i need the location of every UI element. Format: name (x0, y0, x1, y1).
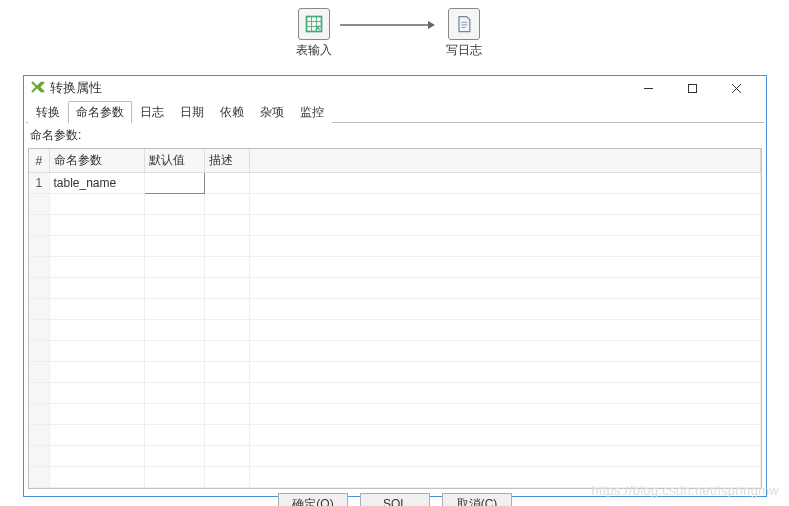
dialog-title: 转换属性 (50, 79, 626, 97)
col-desc[interactable]: 描述 (204, 149, 249, 173)
tab-date[interactable]: 日期 (172, 101, 212, 123)
close-button[interactable] (714, 76, 758, 100)
tab-bar: 转换 命名参数 日志 日期 依赖 杂项 监控 (26, 100, 764, 123)
svg-marker-2 (428, 21, 435, 29)
tab-log[interactable]: 日志 (132, 101, 172, 123)
minimize-button[interactable] (626, 76, 670, 100)
ok-button[interactable]: 确定(O) (278, 493, 348, 506)
table-row[interactable]: . (29, 215, 761, 236)
step-label: 表输入 (296, 42, 332, 59)
col-spacer (249, 149, 761, 173)
section-label: 命名参数: (28, 125, 762, 148)
tab-named-params[interactable]: 命名参数 (68, 101, 132, 123)
step-label: 写日志 (446, 42, 482, 59)
step-table-input[interactable]: 表输入 (296, 8, 332, 59)
table-row[interactable]: . (29, 446, 761, 467)
params-grid[interactable]: # 命名参数 默认值 描述 1table_name.............. (28, 148, 762, 489)
table-row[interactable]: 1table_name (29, 173, 761, 194)
table-row[interactable]: . (29, 467, 761, 488)
titlebar: 转换属性 (24, 76, 766, 100)
maximize-button[interactable] (670, 76, 714, 100)
button-bar: 确定(O) SQL 取消(C) (24, 493, 766, 506)
col-default[interactable]: 默认值 (144, 149, 204, 173)
write-log-icon (448, 8, 480, 40)
table-row[interactable]: . (29, 362, 761, 383)
svg-rect-4 (688, 84, 696, 92)
table-row[interactable]: . (29, 278, 761, 299)
cancel-button[interactable]: 取消(C) (442, 493, 512, 506)
table-row[interactable]: . (29, 425, 761, 446)
table-row[interactable]: . (29, 320, 761, 341)
tab-monitor[interactable]: 监控 (292, 101, 332, 123)
table-row[interactable]: . (29, 404, 761, 425)
app-icon (30, 80, 46, 96)
table-row[interactable]: . (29, 257, 761, 278)
sql-button[interactable]: SQL (360, 493, 430, 506)
tab-transform[interactable]: 转换 (28, 101, 68, 123)
flow-canvas: 表输入 写日志 (0, 0, 789, 56)
step-write-log[interactable]: 写日志 (446, 8, 482, 59)
tab-dependency[interactable]: 依赖 (212, 101, 252, 123)
table-input-icon (298, 8, 330, 40)
table-row[interactable]: . (29, 299, 761, 320)
table-row[interactable]: . (29, 383, 761, 404)
col-name[interactable]: 命名参数 (49, 149, 144, 173)
col-hash[interactable]: # (29, 149, 49, 173)
table-row[interactable]: . (29, 236, 761, 257)
flow-arrow (340, 24, 435, 26)
tab-misc[interactable]: 杂项 (252, 101, 292, 123)
table-row[interactable]: . (29, 194, 761, 215)
transform-properties-dialog: 转换属性 转换 命名参数 日志 日期 依赖 杂项 监控 命名参数: # 命名参数… (23, 75, 767, 497)
table-row[interactable]: . (29, 341, 761, 362)
